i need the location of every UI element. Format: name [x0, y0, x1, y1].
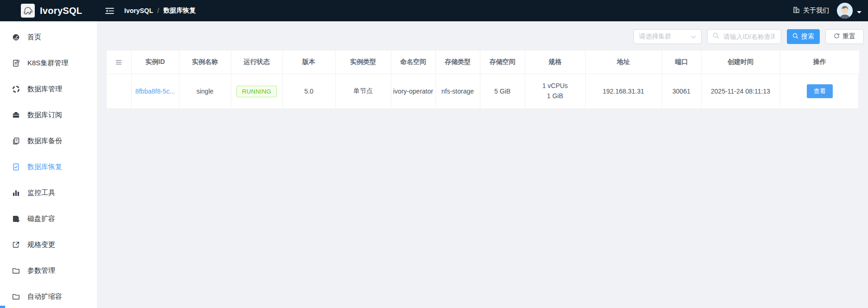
- restore-file-check-icon: [12, 163, 20, 171]
- filter-bar: 请选择集群 搜索: [97, 21, 868, 44]
- brand[interactable]: IvorySQL: [0, 4, 97, 18]
- scrollbar-fragment: [0, 306, 5, 308]
- sidebar-item-k8s-cluster[interactable]: K8S集群管理: [0, 50, 97, 76]
- spec-cpu: 1 vCPUs: [526, 81, 585, 91]
- disk-expand-icon: [12, 214, 20, 223]
- breadcrumb-current: 数据库恢复: [163, 6, 196, 15]
- breadcrumb-root[interactable]: IvorySQL: [124, 7, 153, 14]
- search-button-label: 搜索: [801, 32, 814, 41]
- backup-copy-icon: [12, 137, 20, 145]
- breadcrumb: IvorySQL / 数据库恢复: [124, 6, 196, 15]
- sidebar-item-label: 数据库恢复: [27, 163, 62, 171]
- column-header: 存储类型: [435, 50, 480, 74]
- column-header: 操作: [780, 50, 859, 74]
- sidebar-item-label: 数据库订阅: [27, 111, 62, 119]
- avatar[interactable]: [837, 3, 853, 19]
- search-input-wrap: [707, 29, 781, 44]
- column-settings-icon: [107, 60, 131, 65]
- storage-size-cell: 5 GiB: [480, 74, 525, 109]
- spec-memory: 1 GiB: [526, 91, 585, 101]
- about-us-label: 关于我们: [803, 6, 829, 15]
- sidebar-item-label: 监控工具: [27, 189, 55, 197]
- sidebar-item-disk-expand[interactable]: 磁盘扩容: [0, 206, 97, 232]
- column-settings-cell[interactable]: [107, 50, 131, 74]
- monitor-bars-icon: [12, 189, 20, 197]
- sidebar-item-label: K8S集群管理: [27, 59, 68, 68]
- sidebar-item-auto-scale[interactable]: 自动扩缩容: [0, 283, 97, 308]
- expand-cell: [107, 74, 131, 109]
- table-row: 8fbba8f8-5c... single RUNNING 5.0 单节点 iv…: [107, 74, 859, 109]
- storage-type-cell: nfs-storage: [435, 74, 480, 109]
- sidebar-item-database-subscribe[interactable]: 数据库订阅: [0, 102, 97, 128]
- sidebar-item-label: 首页: [27, 33, 41, 42]
- namespace-cell: ivory-operator: [391, 74, 435, 109]
- menu-fold-icon[interactable]: [105, 7, 114, 14]
- sidebar-item-label: 数据库管理: [27, 85, 62, 94]
- database-manage-icon: [12, 85, 20, 93]
- column-header: 命名空间: [391, 50, 435, 74]
- sidebar-item-label: 自动扩缩容: [27, 292, 62, 301]
- folder-icon: [12, 292, 20, 301]
- search-button[interactable]: 搜索: [787, 29, 820, 44]
- chevron-down-icon: [691, 33, 696, 40]
- reset-button[interactable]: 重置: [825, 29, 864, 44]
- search-icon: [792, 33, 798, 40]
- sidebar-item-label: 数据库备份: [27, 137, 62, 145]
- column-header: 运行状态: [231, 50, 282, 74]
- column-header: 实例ID: [131, 50, 179, 74]
- caret-down-icon[interactable]: [857, 11, 862, 16]
- created-at-cell: 2025-11-24 08:11:13: [701, 74, 780, 109]
- brand-name: IvorySQL: [40, 6, 82, 16]
- column-header: 地址: [585, 50, 662, 74]
- instances-table: 实例ID 实例名称 运行状态 版本 实例类型 命名空间 存储类型 存储空间 规格…: [106, 50, 859, 109]
- cluster-select-placeholder: 请选择集群: [639, 32, 671, 41]
- sidebar-item-label: 规格变更: [27, 240, 55, 249]
- column-header: 端口: [662, 50, 701, 74]
- sidebar-item-monitor-tools[interactable]: 监控工具: [0, 180, 97, 206]
- sidebar-item-home[interactable]: 首页: [0, 24, 97, 50]
- table-header-row: 实例ID 实例名称 运行状态 版本 实例类型 命名空间 存储类型 存储空间 规格…: [107, 50, 859, 74]
- dashboard-icon: [12, 33, 20, 41]
- instance-type-cell: 单节点: [335, 74, 391, 109]
- search-icon: [713, 32, 719, 41]
- status-badge: RUNNING: [236, 86, 277, 97]
- sidebar-item-label: 磁盘扩容: [27, 214, 55, 223]
- sidebar: 首页 K8S集群管理 数据库管理 数据库订阅: [0, 21, 97, 308]
- port-cell: 30061: [662, 74, 701, 109]
- sidebar-item-database-restore[interactable]: 数据库恢复: [0, 154, 97, 180]
- ivorysql-logo-icon: [21, 4, 35, 18]
- about-us-link[interactable]: 关于我们: [793, 6, 829, 15]
- folder-icon: [12, 266, 20, 275]
- column-header: 创建时间: [701, 50, 780, 74]
- building-icon: [793, 6, 800, 15]
- column-header: 规格: [525, 50, 585, 74]
- sidebar-item-param-manage[interactable]: 参数管理: [0, 258, 97, 283]
- sidebar-item-database-manage[interactable]: 数据库管理: [0, 76, 97, 102]
- column-header: 实例名称: [179, 50, 231, 74]
- spec-cell: 1 vCPUs 1 GiB: [525, 74, 585, 109]
- column-header: 版本: [282, 50, 335, 74]
- breadcrumb-separator: /: [157, 7, 159, 14]
- top-bar: IvorySQL IvorySQL / 数据库恢复 关于我们: [0, 0, 868, 21]
- spec-change-export-icon: [12, 240, 20, 249]
- address-cell: 192.168.31.31: [585, 74, 662, 109]
- view-button[interactable]: 查看: [807, 84, 833, 98]
- cluster-icon: [12, 59, 20, 67]
- main-content: 请选择集群 搜索: [97, 21, 868, 308]
- version-cell: 5.0: [282, 74, 335, 109]
- instance-name-cell: single: [179, 74, 231, 109]
- column-header: 实例类型: [335, 50, 391, 74]
- column-header: 存储空间: [480, 50, 525, 74]
- sidebar-item-label: 参数管理: [27, 266, 55, 275]
- sidebar-item-spec-change[interactable]: 规格变更: [0, 232, 97, 258]
- search-input[interactable]: [722, 32, 776, 41]
- sidebar-item-database-backup[interactable]: 数据库备份: [0, 128, 97, 154]
- cluster-select[interactable]: 请选择集群: [633, 29, 702, 44]
- reset-button-label: 重置: [842, 32, 855, 41]
- refresh-icon: [834, 33, 840, 40]
- subscribe-icon: [12, 111, 20, 119]
- instance-id-link[interactable]: 8fbba8f8-5c...: [135, 88, 175, 95]
